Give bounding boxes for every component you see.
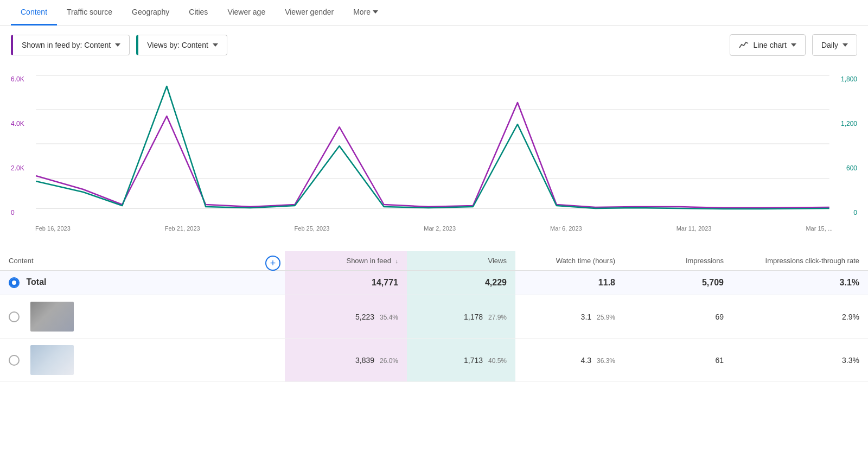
col-header-impressions: Impressions: [624, 251, 732, 271]
total-ctr: 3.1%: [732, 271, 868, 295]
data-table-wrapper: + Content Shown in feed ↓ Views Watch ti…: [0, 243, 868, 382]
row2-thumbnail: [30, 345, 74, 375]
y-axis-left: 6.0K 4.0K 2.0K 0: [11, 70, 35, 222]
row1-thumbnail: [30, 302, 74, 332]
filter1-chevron-icon: [115, 43, 120, 47]
total-views: 4,229: [407, 271, 515, 295]
total-watch-time: 11.8: [515, 271, 624, 295]
tab-more[interactable]: More: [343, 0, 388, 26]
col-header-watch-time: Watch time (hours): [515, 251, 624, 271]
table-row-total: Total 14,771 4,229 11.8 5,709 3.1%: [0, 271, 868, 295]
y-axis-right: 1,800 1,200 600 0: [830, 70, 857, 222]
table-row: 5,223 35.4% 1,178 27.9% 3.1 25.9% 69 2.9…: [0, 295, 868, 339]
row2-radio[interactable]: [9, 355, 20, 366]
total-impressions: 5,709: [624, 271, 732, 295]
tabs-bar: Content Traffic source Geography Cities …: [0, 0, 868, 26]
row2-content-cell: [0, 339, 285, 382]
chart-type-chevron-icon: [791, 43, 796, 47]
line-chart-icon: [739, 40, 749, 50]
chart-wrap: 6.0K 4.0K 2.0K 0 1,800 1,200 600 0: [11, 70, 857, 222]
chart-container: 6.0K 4.0K 2.0K 0 1,800 1,200 600 0: [0, 65, 868, 232]
table-row: 3,839 26.0% 1,713 40.5% 4.3 36.3% 61 3.3…: [0, 339, 868, 382]
row1-content-cell: [0, 295, 285, 339]
row1-radio[interactable]: [9, 311, 20, 322]
sort-arrow-icon: ↓: [395, 258, 399, 264]
filter2-chevron-icon: [213, 43, 218, 47]
col-header-ctr: Impressions click-through rate: [732, 251, 868, 271]
row2-shown-in-feed: 3,839 26.0%: [285, 339, 407, 382]
data-table: + Content Shown in feed ↓ Views Watch ti…: [0, 251, 868, 382]
tab-geography[interactable]: Geography: [122, 0, 179, 26]
col-header-shown-in-feed: Shown in feed ↓: [285, 251, 407, 271]
row2-impressions: 61: [624, 339, 732, 382]
row1-ctr: 2.9%: [732, 295, 868, 339]
chart-type-dropdown[interactable]: Line chart: [730, 34, 805, 56]
toolbar-right: Line chart Daily: [730, 34, 857, 56]
tab-traffic-source[interactable]: Traffic source: [57, 0, 122, 26]
row2-watch-time: 4.3 36.3%: [515, 339, 624, 382]
add-column-button[interactable]: +: [265, 256, 280, 271]
row1-views: 1,178 27.9%: [407, 295, 515, 339]
tab-content[interactable]: Content: [11, 0, 57, 26]
period-dropdown[interactable]: Daily: [812, 34, 857, 56]
more-chevron-icon: [373, 10, 378, 14]
toolbar: Shown in feed by: Content Views by: Cont…: [0, 26, 868, 65]
total-radio[interactable]: [9, 277, 20, 288]
tab-cities[interactable]: Cities: [179, 0, 218, 26]
row2-views: 1,713 40.5%: [407, 339, 515, 382]
row1-shown-in-feed: 5,223 35.4%: [285, 295, 407, 339]
tab-viewer-gender[interactable]: Viewer gender: [275, 0, 343, 26]
col-header-content: + Content: [0, 251, 285, 271]
row1-impressions: 69: [624, 295, 732, 339]
row1-watch-time: 3.1 25.9%: [515, 295, 624, 339]
x-axis-labels: Feb 16, 2023 Feb 21, 2023 Feb 25, 2023 M…: [11, 222, 857, 232]
total-shown-in-feed: 14,771: [285, 271, 407, 295]
col-header-views: Views: [407, 251, 515, 271]
tab-viewer-age[interactable]: Viewer age: [218, 0, 275, 26]
period-chevron-icon: [843, 43, 848, 47]
row2-ctr: 3.3%: [732, 339, 868, 382]
total-label-cell: Total: [0, 271, 285, 295]
filter-shown-in-feed-dropdown[interactable]: Shown in feed by: Content: [11, 35, 130, 55]
filter-views-dropdown[interactable]: Views by: Content: [136, 35, 227, 55]
line-chart-svg: [11, 70, 857, 222]
